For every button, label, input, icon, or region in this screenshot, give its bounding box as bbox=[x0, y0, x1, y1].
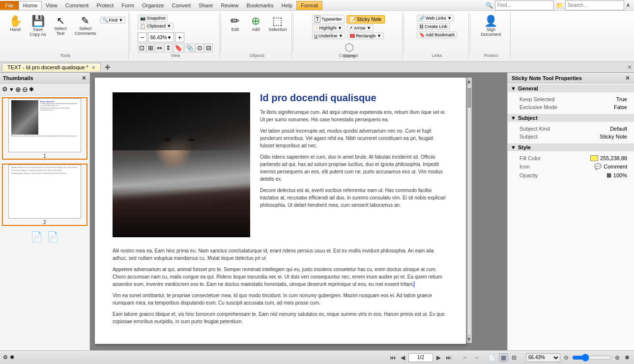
document-area[interactable]: Id pro docendi qualisque Te libris signi… bbox=[90, 73, 507, 350]
exclusive-mode-label: Exclusive Mode bbox=[515, 104, 614, 110]
edit-button[interactable]: ✏ Edit bbox=[225, 15, 245, 33]
menu-comment[interactable]: Comment bbox=[61, 1, 93, 9]
typewriter-button[interactable]: T Typewriter bbox=[312, 15, 345, 24]
menu-bookmarks[interactable]: Bookmarks bbox=[243, 1, 278, 9]
add-button[interactable]: ⊕ Add bbox=[246, 15, 265, 33]
menu-share[interactable]: Share bbox=[195, 1, 217, 9]
view-icon-4[interactable]: ⇕ bbox=[164, 43, 173, 53]
menu-review[interactable]: Review bbox=[217, 1, 242, 9]
close-area-icon[interactable]: ✕ bbox=[627, 64, 632, 71]
props-general-header[interactable]: ▼ General bbox=[508, 84, 634, 92]
sidebar-settings-icon[interactable]: ⚙ bbox=[2, 85, 8, 93]
arrow-button[interactable]: ↗ Arrow ▼ bbox=[346, 25, 374, 31]
menu-home[interactable]: Home bbox=[19, 1, 42, 9]
sidebar-bottom-icon-1[interactable]: 📄 bbox=[30, 231, 43, 243]
zoom-select[interactable]: 66.43% 50% 75% 100% 125% 150% bbox=[526, 353, 560, 362]
view-icon-8[interactable]: ⊟ bbox=[204, 43, 213, 53]
document-tab[interactable]: TEXT - Id pro docendi qualisque * ✕ bbox=[2, 63, 101, 71]
page-view-icon-2[interactable]: ▦ bbox=[499, 353, 508, 362]
view-icon-2[interactable]: ⊞ bbox=[146, 43, 155, 53]
search-input[interactable] bbox=[565, 0, 624, 10]
exclusive-mode-value: False bbox=[614, 104, 627, 110]
fill-color-swatch[interactable] bbox=[590, 155, 598, 161]
createlink-button[interactable]: ⛓ Create Link bbox=[417, 23, 450, 30]
nav-back-icon[interactable]: ← bbox=[461, 354, 470, 362]
select-text-button[interactable]: ↖ Select Text bbox=[50, 15, 71, 37]
sidebar-minus-icon[interactable]: ⊖ bbox=[22, 85, 28, 93]
sidebar-close-icon[interactable]: ✕ bbox=[82, 75, 86, 82]
status-settings-icon[interactable]: ⚙ bbox=[3, 354, 8, 361]
nav-forward-icon[interactable]: → bbox=[472, 354, 481, 362]
hand-button[interactable]: ✋ Hand bbox=[5, 15, 26, 33]
stickynote-button[interactable]: 📝 Sticky Note bbox=[346, 15, 385, 24]
menu-convert[interactable]: Convert bbox=[168, 1, 195, 9]
scrollbar-track[interactable] bbox=[467, 85, 471, 336]
zoom-out-icon[interactable]: − bbox=[138, 32, 146, 42]
add-tab-button[interactable]: ✚ bbox=[102, 63, 114, 71]
menu-view[interactable]: View bbox=[42, 1, 61, 9]
scrollbar-down[interactable]: ▼ bbox=[467, 336, 472, 342]
find-button[interactable]: 🔍 Find ▼ bbox=[100, 17, 126, 24]
rectangle-button[interactable]: Rectangle ▼ bbox=[347, 32, 384, 39]
sidebar-toolbar: ⚙ ▼ ⊕ ⊖ ✱ bbox=[0, 84, 89, 95]
view-icon-3[interactable]: ⇔ bbox=[155, 43, 164, 53]
page-view-icon-1[interactable]: 📄 bbox=[487, 354, 497, 362]
menu-organize[interactable]: Organize bbox=[138, 1, 168, 9]
props-subject-header[interactable]: ▼ Subject bbox=[508, 114, 634, 122]
menu-help[interactable]: Help bbox=[278, 1, 297, 9]
zoom-out-status[interactable]: ⊖ bbox=[562, 354, 570, 362]
sidebar-dropdown-icon[interactable]: ▼ bbox=[9, 86, 14, 92]
sidebar-add-icon[interactable]: ⊕ bbox=[15, 85, 21, 93]
menu-protect[interactable]: Protect bbox=[92, 1, 117, 9]
view-icon-5[interactable]: 🔖 bbox=[173, 43, 184, 53]
zoom-in-status[interactable]: ⊕ bbox=[613, 354, 621, 362]
nav-next-icon[interactable]: ▶ bbox=[435, 354, 442, 362]
close-tab-icon[interactable]: ✕ bbox=[91, 65, 95, 70]
stamp-icon: ⬡ bbox=[345, 42, 354, 53]
addbookmark-button[interactable]: 🔖 Add Bookmark bbox=[417, 31, 457, 38]
snapshot-button[interactable]: 📷 Snapshot bbox=[138, 15, 168, 22]
status-arrow-icon[interactable]: ✱ bbox=[10, 354, 14, 361]
sidebar-bottom-icon-2[interactable]: 📄 bbox=[47, 231, 59, 243]
zoom-in-icon[interactable]: + bbox=[175, 32, 184, 42]
props-style-header[interactable]: ▼ Style bbox=[508, 143, 634, 151]
page-thumb-2[interactable]: Appetere adversarium at qui, animal fuis… bbox=[2, 164, 87, 226]
hand-label: Hand bbox=[10, 27, 21, 32]
sign-document-button[interactable]: 👤 Sign Document bbox=[479, 15, 503, 38]
status-end-icon[interactable]: ✱ bbox=[623, 354, 631, 362]
scrollbar-up[interactable]: ▲ bbox=[467, 79, 472, 84]
underline-button[interactable]: U Underline ▼ bbox=[312, 32, 346, 39]
scrollbar-thumb[interactable] bbox=[468, 88, 471, 108]
find-input[interactable] bbox=[495, 0, 554, 10]
props-style-section: Fill Color 255,238,88 Icon 💬 Comment Opa… bbox=[508, 152, 634, 181]
menu-form[interactable]: Form bbox=[117, 1, 138, 9]
sidebar-expand-icon[interactable]: ✱ bbox=[29, 86, 34, 93]
comment-label: Comment bbox=[339, 53, 358, 58]
page-input[interactable] bbox=[408, 353, 433, 362]
weblinks-button[interactable]: 🔗 Web Links ▼ bbox=[417, 15, 454, 22]
view-icon-7[interactable]: ⊙ bbox=[196, 43, 204, 53]
menu-file[interactable]: File bbox=[0, 1, 19, 10]
hand-icon: ✋ bbox=[9, 16, 22, 27]
save-button[interactable]: 💾 Save Copy As bbox=[28, 15, 48, 38]
fill-color-value: 255,238,88 bbox=[600, 155, 627, 161]
page-view-icon-3[interactable]: ⊞ bbox=[510, 354, 518, 362]
zoom-dropdown[interactable]: 66.43% ▼ bbox=[148, 32, 174, 42]
view-icon-1[interactable]: ⊡ bbox=[138, 43, 146, 53]
highlight-button[interactable]: ☆ Highlight ▼ bbox=[312, 25, 345, 31]
selection-button[interactable]: ⬚ Selection bbox=[266, 15, 288, 33]
props-close-icon[interactable]: ✕ bbox=[625, 75, 630, 82]
select-comments-button[interactable]: ✎ Select Comments bbox=[73, 15, 98, 37]
nav-last-icon[interactable]: ⏭ bbox=[444, 354, 453, 362]
text-cursor bbox=[414, 281, 414, 287]
zoom-slider[interactable] bbox=[572, 354, 611, 361]
nav-prev-icon[interactable]: ◀ bbox=[399, 354, 406, 362]
nav-first-icon[interactable]: ⏮ bbox=[388, 354, 397, 362]
opacity-label: Opacity bbox=[515, 172, 606, 178]
menu-format[interactable]: Format bbox=[296, 1, 322, 10]
page-thumb-1[interactable]: Id pro docendi Te libris signiferumque c… bbox=[2, 97, 87, 160]
clipboard-button[interactable]: 📋 Clipboard ▼ bbox=[138, 23, 173, 29]
view-icon-6[interactable]: 📎 bbox=[184, 43, 195, 53]
collapse-icon[interactable]: ∧ bbox=[626, 2, 630, 8]
collapse-subject-icon: ▼ bbox=[511, 115, 516, 121]
